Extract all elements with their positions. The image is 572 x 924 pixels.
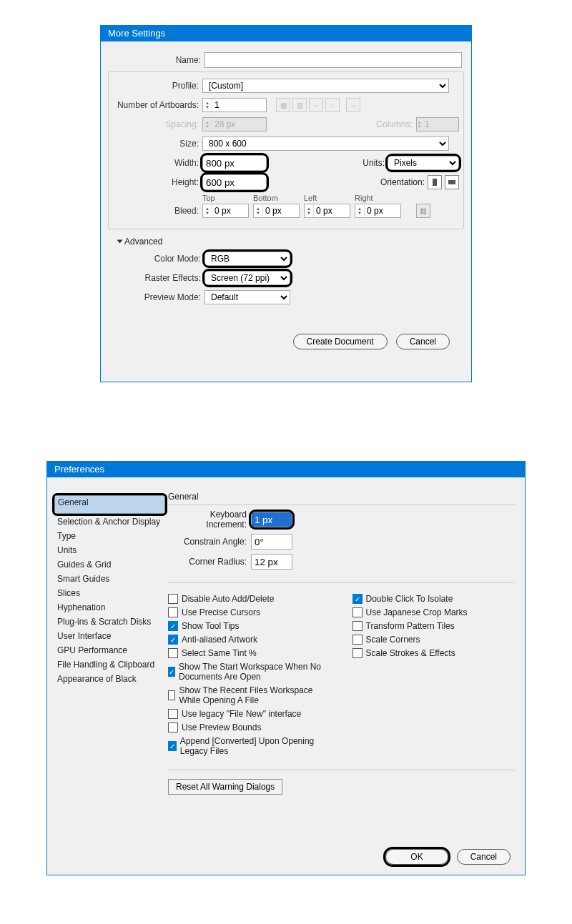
sidebar-item-units[interactable]: Units [54, 544, 165, 557]
bleed-top-stepper[interactable]: ▲▼ [202, 204, 249, 218]
preferences-sidebar: GeneralSelection & Anchor DisplayTypeUni… [54, 485, 165, 825]
bleed-right-label: Right [355, 194, 401, 202]
reset-warnings-button[interactable]: Reset All Warning Dialogs [168, 779, 282, 795]
bleed-bottom-value[interactable] [263, 204, 299, 217]
name-input[interactable] [204, 52, 462, 68]
checkbox-label: Anti-aliased Artwork [182, 635, 257, 645]
sidebar-item-guides-grid[interactable]: Guides & Grid [54, 558, 165, 571]
width-label: Width: [113, 158, 202, 168]
checkbox-show-tool-tips[interactable]: ✓Show Tool Tips [168, 621, 331, 631]
corner-radius-input[interactable] [251, 554, 292, 570]
height-input[interactable] [202, 174, 267, 190]
checkbox-select-same-tint-[interactable]: Select Same Tint % [168, 648, 331, 658]
keyboard-increment-input[interactable] [251, 512, 292, 527]
checkbox-icon: ✓ [168, 635, 178, 645]
raster-effects-label: Raster Effects: [108, 273, 204, 283]
checkbox-label: Use legacy "File New" interface [182, 709, 301, 719]
checkbox-icon [352, 621, 363, 631]
sidebar-item-selection-anchor-display[interactable]: Selection & Anchor Display [54, 515, 165, 528]
columns-value [423, 118, 458, 131]
sidebar-item-general[interactable]: General [54, 495, 165, 514]
artboards-value[interactable] [212, 99, 248, 111]
checkbox-use-precise-cursors[interactable]: Use Precise Cursors [168, 607, 331, 617]
checkbox-label: Scale Corners [366, 635, 420, 645]
preferences-dialog: Preferences GeneralSelection & Anchor Di… [46, 461, 526, 875]
checkbox-scale-corners[interactable]: Scale Corners [352, 635, 516, 645]
create-document-button[interactable]: Create Document [293, 334, 388, 349]
link-bleed-icon[interactable]: ⛓ [416, 204, 430, 218]
sidebar-item-plug-ins-scratch-disks[interactable]: Plug-ins & Scratch Disks [54, 615, 165, 628]
checkbox-label: Show The Recent Files Workspace While Op… [179, 685, 330, 705]
size-select[interactable]: 800 x 600 [202, 136, 449, 151]
sidebar-item-smart-guides[interactable]: Smart Guides [54, 572, 165, 585]
orientation-landscape-button[interactable] [445, 175, 459, 189]
checkbox-use-japanese-crop-marks[interactable]: Use Japanese Crop Marks [352, 607, 516, 617]
profile-select[interactable]: [Custom] [202, 79, 449, 93]
checkbox-disable-auto-add-delete[interactable]: Disable Auto Add/Delete [168, 594, 331, 604]
preview-mode-select[interactable]: Default [204, 290, 290, 304]
bleed-left-stepper[interactable]: ▲▼ [304, 204, 350, 218]
checkbox-scale-strokes-effects[interactable]: Scale Strokes & Effects [352, 648, 516, 658]
checkbox-anti-aliased-artwork[interactable]: ✓Anti-aliased Artwork [168, 635, 331, 645]
name-label: Name: [108, 55, 204, 65]
more-settings-dialog: More Settings Name: Profile: [Custom] Nu… [100, 25, 472, 382]
sidebar-item-appearance-of-black[interactable]: Appearance of Black [54, 672, 165, 685]
bleed-right-value[interactable] [365, 204, 400, 217]
bleed-top-label: Top [202, 194, 249, 202]
checkbox-icon: ✓ [168, 621, 178, 631]
color-mode-select[interactable]: RGB [204, 252, 290, 266]
grid-by-col-icon: ▥ [292, 98, 307, 112]
sidebar-item-type[interactable]: Type [54, 530, 165, 542]
checkbox-icon [168, 690, 175, 700]
checkbox-icon [352, 635, 363, 645]
ok-button[interactable]: OK [385, 849, 448, 865]
sidebar-item-file-handling-clipboard[interactable]: File Handling & Clipboard [54, 658, 165, 671]
bleed-left-value[interactable] [314, 204, 350, 217]
orientation-label: Orientation: [380, 177, 428, 187]
checkbox-double-click-to-isolate[interactable]: ✓Double Click To Isolate [352, 594, 516, 604]
profile-label: Profile: [113, 81, 202, 91]
checkbox-use-preview-bounds[interactable]: Use Preview Bounds [168, 722, 331, 732]
advanced-section-toggle[interactable]: Advanced [118, 237, 464, 247]
checkbox-transform-pattern-tiles[interactable]: Transform Pattern Tiles [352, 621, 516, 631]
sidebar-item-slices[interactable]: Slices [54, 587, 165, 600]
sidebar-item-user-interface[interactable]: User Interface [54, 630, 165, 642]
checkbox-icon [168, 722, 178, 732]
bleed-right-stepper[interactable]: ▲▼ [355, 204, 401, 218]
sidebar-item-gpu-performance[interactable]: GPU Performance [54, 644, 165, 657]
arrange-rtl-icon: ↔ [309, 98, 323, 112]
height-label: Height: [113, 177, 202, 187]
artboards-stepper[interactable]: ▲▼ [202, 98, 267, 112]
checkbox-use-legacy-file-new-interface[interactable]: Use legacy "File New" interface [168, 709, 331, 719]
checkbox-label: Append [Converted] Upon Opening Legacy F… [180, 736, 331, 756]
constrain-angle-input[interactable] [251, 534, 292, 550]
units-label: Units: [363, 158, 388, 168]
checkbox-icon [168, 709, 178, 719]
constrain-angle-label: Constrain Angle: [168, 537, 251, 547]
dialog-title: Preferences [47, 462, 525, 477]
columns-stepper: ▲▼ [416, 117, 459, 131]
checkbox-append-converted-upon-opening-[interactable]: ✓Append [Converted] Upon Opening Legacy … [168, 736, 331, 756]
bleed-bottom-stepper[interactable]: ▲▼ [253, 204, 300, 218]
checkbox-icon [168, 594, 178, 604]
sidebar-item-hyphenation[interactable]: Hyphenation [54, 601, 165, 614]
preview-mode-label: Preview Mode: [108, 292, 204, 302]
arrange-down-icon: ↕ [325, 98, 340, 112]
corner-radius-label: Corner Radius: [168, 557, 251, 567]
units-select[interactable]: Pixels [388, 156, 459, 170]
chevron-down-icon [117, 240, 123, 244]
dialog-title: More Settings [101, 26, 471, 41]
checkbox-label: Double Click To Isolate [366, 594, 453, 604]
grid-by-row-icon: ▦ [276, 98, 290, 112]
checkbox-label: Show Tool Tips [182, 621, 240, 631]
width-input[interactable] [202, 155, 267, 171]
orientation-portrait-button[interactable] [428, 175, 442, 189]
cancel-button[interactable]: Cancel [396, 334, 450, 349]
checkbox-icon: ✓ [168, 741, 177, 751]
cancel-button[interactable]: Cancel [457, 849, 511, 865]
checkbox-show-the-recent-files-workspac[interactable]: Show The Recent Files Workspace While Op… [168, 685, 331, 705]
checkbox-show-the-start-workspace-when-[interactable]: ✓Show The Start Workspace When No Docume… [168, 662, 331, 682]
checkbox-icon [352, 607, 363, 617]
bleed-top-value[interactable] [212, 204, 248, 217]
raster-effects-select[interactable]: Screen (72 ppi) [204, 271, 290, 285]
